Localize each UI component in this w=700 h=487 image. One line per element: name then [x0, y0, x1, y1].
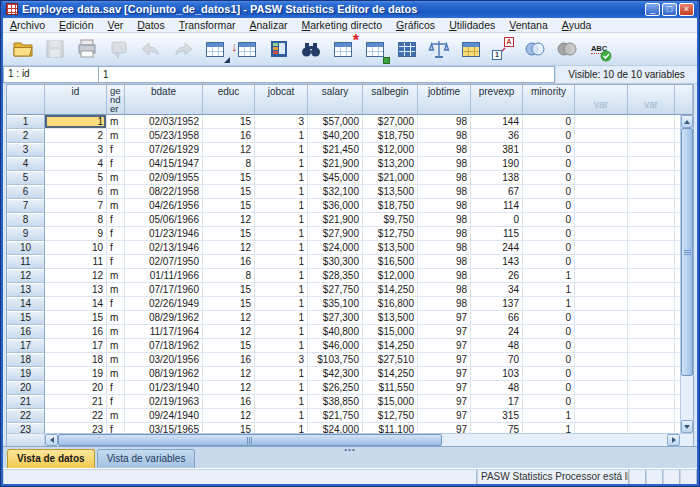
cell[interactable]: $27,000	[363, 115, 418, 129]
cell[interactable]: 08/22/1958	[125, 185, 203, 199]
cell[interactable]: 6	[45, 185, 107, 199]
cell-var[interactable]	[575, 157, 628, 171]
menu-marketing-directo[interactable]: Marketing directo	[294, 19, 389, 31]
cell[interactable]: 1	[255, 171, 308, 185]
row-number[interactable]: 22	[7, 409, 45, 423]
cell-var[interactable]	[628, 269, 675, 283]
cell[interactable]: 97	[418, 395, 471, 409]
row-number[interactable]: 9	[7, 227, 45, 241]
spell-check-button[interactable]: ABC	[584, 35, 614, 63]
cell[interactable]: $38,850	[308, 395, 363, 409]
cell[interactable]: 3	[255, 353, 308, 367]
cell[interactable]: $13,500	[363, 311, 418, 325]
cell[interactable]: 22	[45, 409, 107, 423]
cell[interactable]: 75	[471, 423, 523, 433]
cell[interactable]: $40,200	[308, 129, 363, 143]
cell[interactable]: 18	[45, 353, 107, 367]
vertical-scroll-thumb[interactable]	[681, 128, 693, 376]
cell[interactable]: 66	[471, 311, 523, 325]
maximize-button[interactable]: □	[662, 3, 677, 16]
cell[interactable]: 05/23/1958	[125, 129, 203, 143]
row-number[interactable]: 20	[7, 381, 45, 395]
cell-var[interactable]	[628, 213, 675, 227]
cell[interactable]: 98	[418, 241, 471, 255]
open-file-button[interactable]	[8, 35, 38, 63]
cell[interactable]: $21,750	[308, 409, 363, 423]
cell[interactable]: $15,000	[363, 395, 418, 409]
cell[interactable]: $14,250	[363, 367, 418, 381]
cell[interactable]: $28,350	[308, 269, 363, 283]
cell[interactable]: $57,000	[308, 115, 363, 129]
cell[interactable]: $27,900	[308, 227, 363, 241]
cell[interactable]: 24	[471, 325, 523, 339]
close-button[interactable]: ×	[679, 3, 694, 16]
cell[interactable]: 02/09/1955	[125, 171, 203, 185]
row-number[interactable]: 8	[7, 213, 45, 227]
cell[interactable]: 70	[471, 353, 523, 367]
cell[interactable]: $21,900	[308, 157, 363, 171]
cell[interactable]: 98	[418, 115, 471, 129]
cell[interactable]: 1	[255, 311, 308, 325]
cell[interactable]: f	[107, 143, 125, 157]
goto-case-button[interactable]	[200, 35, 230, 63]
horizontal-scroll-thumb[interactable]	[58, 434, 442, 446]
cell[interactable]: 2	[45, 129, 107, 143]
cell[interactable]: $15,000	[363, 325, 418, 339]
value-labels-button[interactable]: A1	[488, 35, 518, 63]
cell[interactable]: 98	[418, 129, 471, 143]
cell[interactable]: 5	[45, 171, 107, 185]
cell[interactable]: $24,000	[308, 423, 363, 433]
cell[interactable]: 16	[45, 325, 107, 339]
cell-var[interactable]	[628, 255, 675, 269]
cell[interactable]: $13,500	[363, 241, 418, 255]
cell[interactable]: 1	[255, 409, 308, 423]
cell-var[interactable]	[628, 143, 675, 157]
cell[interactable]: 4	[45, 157, 107, 171]
cell[interactable]: 12	[203, 213, 255, 227]
row-number[interactable]: 17	[7, 339, 45, 353]
cell[interactable]: 1	[255, 185, 308, 199]
cell[interactable]: f	[107, 227, 125, 241]
cell[interactable]: 1	[523, 283, 575, 297]
cell[interactable]: 15	[203, 115, 255, 129]
weight-cases-button[interactable]	[424, 35, 454, 63]
cell-var[interactable]	[628, 395, 675, 409]
cell[interactable]: $21,000	[363, 171, 418, 185]
scroll-right-button[interactable]	[667, 434, 680, 446]
cell[interactable]: $40,800	[308, 325, 363, 339]
cell[interactable]: 0	[523, 227, 575, 241]
cell[interactable]: 09/24/1940	[125, 409, 203, 423]
cell[interactable]: 1	[255, 227, 308, 241]
cell[interactable]: 103	[471, 367, 523, 381]
cell[interactable]: f	[107, 395, 125, 409]
cell-var[interactable]	[628, 311, 675, 325]
cell[interactable]: 115	[471, 227, 523, 241]
insert-variable-button[interactable]	[360, 35, 390, 63]
cell[interactable]: $16,500	[363, 255, 418, 269]
horizontal-scroll-track[interactable]	[58, 434, 667, 446]
find-button[interactable]	[296, 35, 326, 63]
cell[interactable]: $11,100	[363, 423, 418, 433]
cell[interactable]: 67	[471, 185, 523, 199]
cell[interactable]: 0	[523, 311, 575, 325]
cell[interactable]: $32,100	[308, 185, 363, 199]
row-number[interactable]: 6	[7, 185, 45, 199]
cell[interactable]: 1	[255, 423, 308, 433]
cell[interactable]: $12,750	[363, 409, 418, 423]
cell[interactable]: 0	[523, 213, 575, 227]
cell[interactable]: 1	[523, 269, 575, 283]
cell[interactable]: 3	[255, 115, 308, 129]
cell[interactable]: 26	[471, 269, 523, 283]
cell-var[interactable]	[628, 381, 675, 395]
cell[interactable]: 16	[203, 395, 255, 409]
cell[interactable]: 0	[471, 213, 523, 227]
cell[interactable]: 17	[45, 339, 107, 353]
cell[interactable]: 15	[203, 185, 255, 199]
variables-button[interactable]	[264, 35, 294, 63]
cell[interactable]: 98	[418, 143, 471, 157]
cell[interactable]: $16,800	[363, 297, 418, 311]
row-number[interactable]: 2	[7, 129, 45, 143]
cell[interactable]: 137	[471, 297, 523, 311]
cell[interactable]: $42,300	[308, 367, 363, 381]
cell[interactable]: m	[107, 409, 125, 423]
